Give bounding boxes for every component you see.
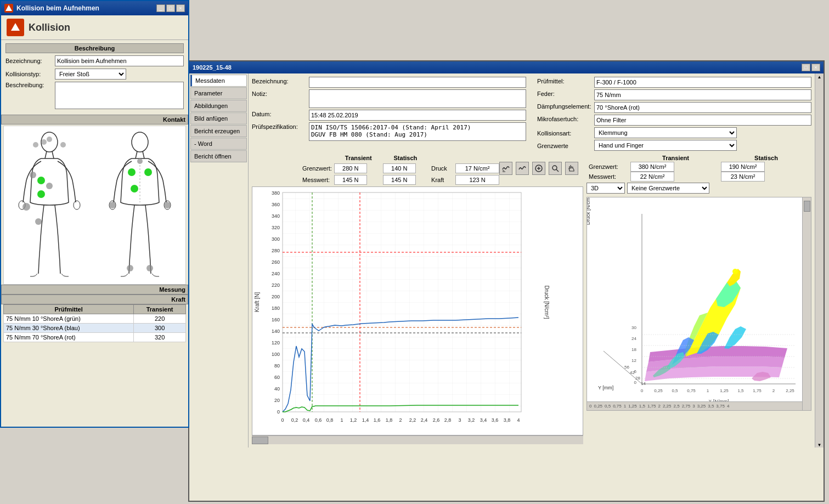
feder-meta-input[interactable]: 75 N/mm — [594, 89, 811, 100]
close-button[interactable]: × — [176, 4, 185, 12]
pruefmittel-meta-input[interactable]: F-300 / F-1000 — [594, 77, 811, 88]
right-statisch-label: Statisch — [721, 154, 811, 162]
messwert-statisch-input[interactable] — [383, 175, 416, 185]
transient-2: 300 — [134, 324, 186, 333]
chart-icon-zoom[interactable] — [549, 162, 562, 175]
svg-text:240: 240 — [272, 271, 280, 276]
tab-abbildungen[interactable]: Abbildungen — [190, 100, 247, 112]
tab-messdaten[interactable]: Messdaten — [190, 75, 247, 87]
messwert-transient-input[interactable] — [334, 175, 367, 185]
svg-point-24 — [131, 185, 138, 192]
table-row: 75 N/mm 30 °ShoreA (blau) 300 — [4, 324, 186, 333]
druck-value-input[interactable] — [455, 163, 499, 173]
svg-text:180: 180 — [272, 305, 280, 311]
left-chart-svg: Kraft [N] 0 20 40 60 80 100 120 140 160 — [252, 187, 551, 434]
tab-word[interactable]: - Word — [190, 138, 247, 150]
svg-text:12: 12 — [631, 358, 636, 363]
svg-point-10 — [22, 203, 30, 211]
svg-text:42: 42 — [630, 370, 635, 375]
chart-icon-plus[interactable] — [532, 162, 545, 175]
meas-window-title: 190225_15-48 — [193, 64, 232, 71]
daempfungselement-input[interactable]: 70 °ShoreA (rot) — [594, 102, 811, 113]
kraft-value-input[interactable] — [455, 175, 499, 185]
pruefspezifikation-label: Prüfspezifikation: — [252, 122, 307, 130]
svg-point-23 — [144, 168, 152, 176]
svg-text:320: 320 — [272, 225, 280, 230]
tab-bild-anfuegen[interactable]: Bild anfügen — [190, 112, 247, 124]
svg-point-8 — [37, 190, 45, 198]
datum-meta-input[interactable]: 15:48 25.02.2019 — [309, 110, 526, 121]
chart-icon-wave[interactable] — [499, 162, 512, 175]
right-grenzwert-label: Grenzwert: — [586, 162, 630, 172]
app-logo-icon — [7, 19, 24, 36]
svg-text:2,8: 2,8 — [444, 417, 452, 423]
meas-window-scrollbar[interactable]: ▲ ▼ — [815, 73, 824, 448]
tab-bericht-erzeugen[interactable]: Bericht erzeugen — [190, 125, 247, 137]
svg-text:Druck [N/cm²]: Druck [N/cm²] — [587, 197, 591, 225]
measurement-window: 190225_15-48 □ × Messdaten Parameter Abb… — [188, 60, 825, 502]
svg-text:360: 360 — [272, 202, 280, 207]
svg-text:2: 2 — [772, 388, 775, 393]
mikrofasertuch-input[interactable]: Ohne Filter — [594, 115, 811, 126]
pruefspezifikation-textarea[interactable]: DIN ISO/TS 15066:2017-04 (Stand: April 2… — [309, 122, 526, 141]
svg-text:Y [mm]: Y [mm] — [598, 385, 613, 390]
svg-text:Kraft [N]: Kraft [N] — [254, 292, 260, 312]
kollisionstyp-select[interactable]: Freier Stoß — [55, 69, 126, 80]
right-grenzwert-transient[interactable] — [630, 162, 674, 172]
daempfungselement-label: Dämpfungselement: — [537, 102, 592, 110]
svg-text:1,5: 1,5 — [737, 388, 744, 393]
svg-text:140: 140 — [272, 329, 280, 334]
transient-3: 320 — [134, 333, 186, 342]
svg-text:60: 60 — [274, 375, 280, 380]
tab-bericht-oeffnen[interactable]: Bericht öffnen — [190, 150, 247, 162]
minimize-button[interactable]: _ — [156, 4, 165, 12]
pruefmittel-meta-label: Prüfmittel: — [537, 77, 592, 84]
right-chart-scrollbar-v[interactable] — [802, 197, 811, 410]
svg-text:30: 30 — [631, 325, 636, 330]
bezeichnung-meta-input[interactable] — [309, 77, 526, 88]
tab-parameter[interactable]: Parameter — [190, 87, 247, 99]
svg-text:2,2: 2,2 — [409, 417, 416, 423]
right-grenzwert-statisch[interactable] — [721, 162, 765, 172]
kollisionsart-select[interactable]: Klemmung — [594, 127, 737, 138]
bezeichnung-input[interactable] — [55, 55, 184, 66]
meta-section: Bezeichnung: Notiz: Datum: 15:48 25.02.2… — [252, 77, 811, 151]
meas-maximize-button[interactable]: □ — [802, 64, 810, 71]
svg-point-16 — [30, 172, 36, 178]
svg-point-12 — [41, 139, 47, 145]
meas-close-button[interactable]: × — [811, 64, 820, 71]
messung-col-transient: Transient — [134, 305, 186, 314]
right-messwert-statisch[interactable] — [721, 172, 765, 182]
grenzwert-statisch-input[interactable] — [383, 163, 416, 173]
beschreibung-header: Beschreibung — [5, 43, 184, 53]
kraft-data-label: Kraft — [428, 175, 455, 185]
outer-window-title: Kollision beim Aufnehmen — [16, 4, 99, 12]
bezeichnung-label: Bezeichnung: — [5, 58, 55, 64]
kraft-header: Kraft — [1, 295, 188, 304]
svg-text:1: 1 — [707, 388, 709, 393]
right-chart-scrollbar-h[interactable]: 00,250,50,7511,251,51,7522,252,52,7533,2… — [587, 401, 802, 410]
svg-text:260: 260 — [272, 259, 280, 265]
feder-meta-label: Feder: — [537, 89, 592, 97]
pruefmittel-3: 75 N/mm 70 °ShoreA (rot) — [4, 333, 134, 342]
svg-point-28 — [109, 202, 116, 208]
chart-icon-cursor[interactable] — [516, 162, 529, 175]
svg-text:40: 40 — [274, 386, 280, 392]
maximize-button[interactable]: □ — [166, 4, 175, 12]
filter-select[interactable]: Keine Grenzwerte — [627, 183, 709, 194]
beschreibung-textarea[interactable] — [55, 82, 184, 109]
svg-text:3,6: 3,6 — [492, 417, 499, 423]
grenzwerte-select[interactable]: Hand und Finger — [594, 140, 737, 151]
right-messwert-transient[interactable] — [630, 172, 674, 182]
svg-point-13 — [33, 142, 38, 148]
svg-text:0,6: 0,6 — [315, 417, 322, 423]
svg-text:2,4: 2,4 — [421, 417, 428, 423]
view-3d-select[interactable]: 3D 2D — [586, 183, 625, 194]
grenzwert-transient-input[interactable] — [334, 163, 367, 173]
chart-icon-hand[interactable] — [565, 162, 578, 175]
notiz-meta-textarea[interactable] — [309, 89, 526, 108]
right-transient-label: Transient — [630, 154, 721, 162]
left-chart-area: Kraft [N] 0 20 40 60 80 100 120 140 160 — [252, 186, 583, 435]
left-chart-scrollbar[interactable] — [252, 435, 583, 444]
statisch-col-label: Statisch — [383, 154, 428, 162]
